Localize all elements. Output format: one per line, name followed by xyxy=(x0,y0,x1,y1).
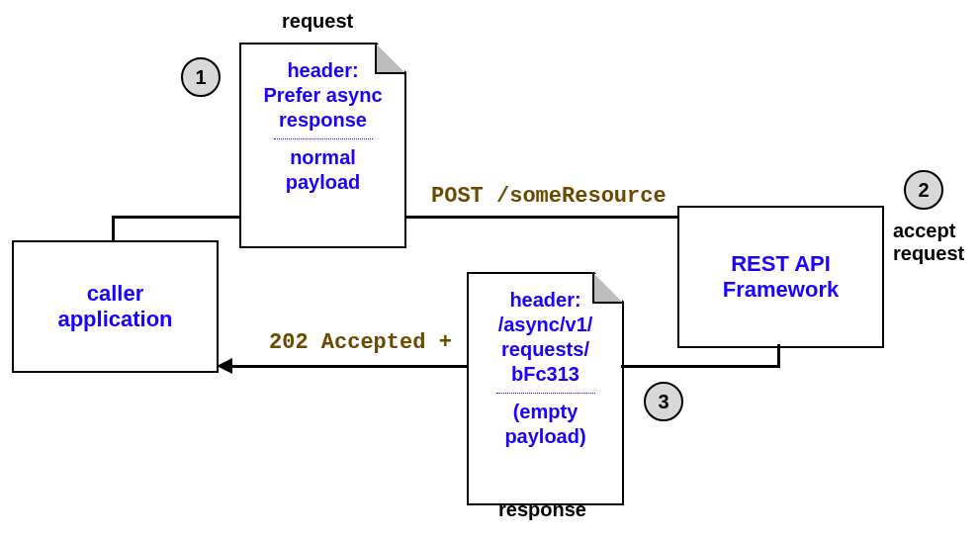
divider xyxy=(496,393,595,394)
caller-application-box: caller application xyxy=(12,240,219,373)
request-payload-1: normal xyxy=(241,145,404,170)
caller-line1: caller xyxy=(57,281,172,307)
connector-return-left2 xyxy=(232,365,468,368)
restapi-line1: REST API xyxy=(723,251,839,277)
request-document: header: Prefer async response normal pay… xyxy=(239,43,406,248)
response-header-4: bFc313 xyxy=(469,362,622,387)
label-accept: accept request xyxy=(893,220,964,265)
response-payload-1: (empty xyxy=(469,400,622,424)
caller-line2: application xyxy=(57,307,172,332)
response-payload-2: payload) xyxy=(469,424,622,449)
label-request: request xyxy=(282,10,353,33)
request-payload-2: payload xyxy=(241,170,404,195)
step-badge-3: 3 xyxy=(644,382,683,421)
label-202-accepted: 202 Accepted + xyxy=(269,330,452,355)
connector-caller-top xyxy=(112,216,241,219)
rest-api-framework-box: REST API Framework xyxy=(677,206,884,348)
request-header-2: Prefer async xyxy=(241,83,404,108)
label-post: POST /someResource xyxy=(431,184,667,209)
connector-caller-up xyxy=(112,216,115,242)
connector-return-left1 xyxy=(621,365,780,368)
accept-line2: request xyxy=(893,242,964,265)
step-badge-2: 2 xyxy=(904,170,943,210)
response-header-3: requests/ xyxy=(469,337,622,362)
divider xyxy=(274,138,373,139)
accept-line1: accept xyxy=(893,220,964,242)
response-document: header: /async/v1/ requests/ bFc313 (emp… xyxy=(467,272,624,505)
request-header-3: response xyxy=(241,108,404,133)
step-badge-1: 1 xyxy=(181,57,221,97)
arrowhead-return xyxy=(217,358,232,374)
restapi-line2: Framework xyxy=(723,277,839,303)
response-header-2: /async/v1/ xyxy=(469,313,622,337)
label-response: response xyxy=(498,498,586,521)
diagram-canvas: POST /someResource request header: Prefe… xyxy=(0,0,980,540)
